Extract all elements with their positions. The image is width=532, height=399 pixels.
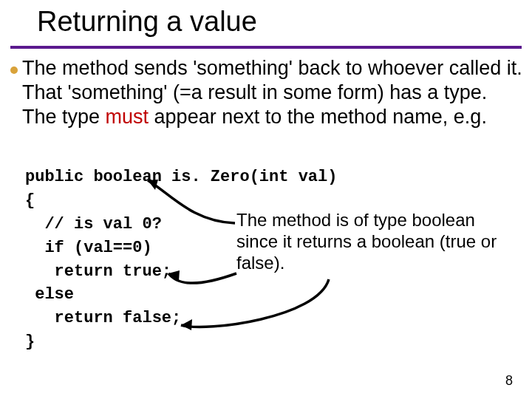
code-line-1: public boolean is. Zero(int val)	[25, 168, 337, 186]
emphasis-must: must	[106, 106, 149, 128]
body-post: appear next to the method name, e.g.	[149, 106, 487, 128]
code-line-4: if (val==0)	[25, 239, 152, 257]
slide-title: Returning a value	[37, 6, 257, 38]
code-line-7: return false;	[25, 309, 181, 327]
slide: Returning a value The method sends 'some…	[0, 0, 532, 399]
code-line-8: }	[25, 332, 35, 351]
code-line-6: else	[25, 285, 74, 304]
title-underline	[10, 46, 522, 49]
body-paragraph: The method sends 'something' back to who…	[22, 56, 525, 129]
code-line-2: {	[25, 191, 35, 210]
code-line-3: // is val 0?	[25, 215, 162, 233]
bullet-icon	[10, 66, 18, 74]
code-line-5: return true;	[25, 262, 171, 281]
page-number: 8	[505, 373, 513, 389]
callout-text: The method is of type boolean since it r…	[236, 210, 516, 273]
